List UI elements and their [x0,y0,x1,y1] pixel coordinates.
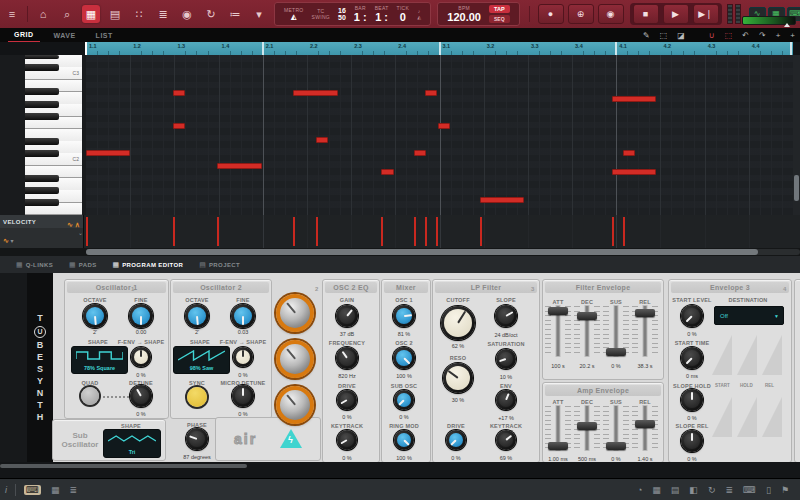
knob[interactable] [681,389,703,411]
knob[interactable] [443,363,473,393]
stop-button[interactable]: ■ [633,4,659,24]
main-grid-icon[interactable]: ▦ [82,5,100,23]
keys-icon[interactable]: ⌨ [743,485,756,495]
timing-panel[interactable]: METRO◭TCSWING1650BAR1 :BEAT1 :TICK0♪◭ [274,2,431,26]
panel-tab-q-links[interactable]: ▦Q-LINKS [16,261,53,269]
tap-tempo-button[interactable]: TAP [489,5,510,13]
undo-icon[interactable]: ↶ [742,31,749,40]
device-icon[interactable]: ▯ [766,485,771,495]
knob[interactable] [337,390,357,410]
knob[interactable] [131,347,151,367]
panel-scrollbar-thumb[interactable] [0,464,247,468]
lane-corner-icon[interactable]: ⌄ [78,229,83,247]
knob[interactable] [496,349,516,369]
panel-tab-pads[interactable]: ▦PADS [69,261,96,269]
power-bolt-icon[interactable]: ϟ [280,429,302,448]
browser-icon[interactable]: ⌕ [58,5,76,23]
knob[interactable] [129,304,153,328]
knob[interactable] [441,306,475,340]
midi-note[interactable] [438,123,450,129]
velocity-stem[interactable] [86,217,88,246]
play-start-button[interactable]: ▶❘ [693,4,719,24]
midi-note[interactable] [86,150,130,156]
more-modes-icon[interactable]: ▾ [250,5,268,23]
horizontal-scrollbar-thumb[interactable] [86,249,758,255]
velocity-stem[interactable] [381,217,383,246]
slider-thumb-sus[interactable] [606,348,626,356]
knob[interactable] [186,428,208,450]
macro-knob[interactable] [276,340,314,378]
macro-knob[interactable] [276,294,314,332]
record-button[interactable]: ● [538,4,564,24]
knob[interactable] [496,390,516,410]
destination-dropdown[interactable]: Off▼ [714,306,784,325]
eraser-tool-icon[interactable]: ◪ [677,31,685,40]
knob[interactable] [446,430,466,450]
black-key[interactable] [25,175,59,182]
midi-note[interactable] [316,137,328,143]
knob[interactable] [394,390,414,410]
knob[interactable] [681,347,703,369]
knob[interactable] [232,385,254,407]
virtual-keyboard-icon[interactable]: ⌨ [24,485,41,495]
slider-thumb-att[interactable] [548,307,568,315]
black-key[interactable] [25,138,59,145]
midi-note[interactable] [381,169,394,175]
sampler-icon[interactable]: ◉ [178,5,196,23]
pencil-tool-icon[interactable]: ✎ [643,31,650,40]
seq-tempo-button[interactable]: SEQ [489,15,510,23]
midi-note[interactable] [612,96,656,102]
punch-record-button[interactable]: ◉ [598,4,624,24]
black-key[interactable] [25,187,59,194]
playhead-marker[interactable] [85,42,87,55]
knob[interactable] [495,305,517,327]
horizontal-scrollbar-track[interactable] [86,249,800,255]
home-icon[interactable]: ⌂ [34,5,52,23]
pads-panel-icon[interactable]: ▦ [51,485,60,495]
velocity-stem[interactable] [316,217,318,246]
tab-grid[interactable]: GRID [8,28,40,43]
grid-snap-icon[interactable]: ⬚ [725,31,733,40]
panel-tab-project[interactable]: ▤PROJECT [199,261,240,269]
overdub-button[interactable]: ⊕ [568,4,594,24]
audio-out-icon[interactable]: ◧ [689,485,698,495]
midi-note[interactable] [173,123,185,129]
slider-thumb-dec[interactable] [577,422,597,430]
black-key[interactable] [25,64,59,71]
waveform-display[interactable]: 78% Square [71,346,128,374]
mixer-icon[interactable]: ≣ [154,5,172,23]
list-icon[interactable]: ≣ [725,485,733,495]
midi-note[interactable] [612,169,656,175]
ruler-track[interactable]: 1.11.21.31.42.12.22.32.43.13.23.33.44.14… [86,42,793,55]
velocity-stem[interactable] [293,217,295,246]
bpm-panel[interactable]: BPM120.00TAPSEQ [437,2,519,26]
knob[interactable] [336,347,358,369]
knob[interactable] [681,430,703,452]
knob[interactable] [496,430,516,450]
velocity-stem[interactable] [623,217,625,246]
midi-in-icon[interactable]: ▤ [671,485,680,495]
redo-icon[interactable]: ↷ [759,31,766,40]
quad-button[interactable] [81,387,99,405]
zoom-in-horizontal-icon[interactable]: + [776,31,781,40]
globe-icon[interactable]: ◔ [637,485,642,495]
vertical-scrollbar-thumb[interactable] [794,175,799,201]
knob[interactable] [393,347,415,369]
velocity-stem[interactable] [173,217,175,246]
waveform-display[interactable]: 98% Saw [173,346,230,374]
velocity-stem[interactable] [436,217,438,246]
slider-thumb-rel[interactable] [635,420,655,428]
sync-button[interactable] [187,387,207,407]
knob[interactable] [394,430,414,450]
velocity-stem[interactable] [217,217,219,246]
pad-map-icon[interactable]: ▦ [652,485,661,495]
slider-thumb-att[interactable] [548,442,568,450]
master-volume[interactable] [742,16,796,25]
black-key[interactable] [25,113,59,120]
lane-filter-icon[interactable]: ▾ [9,238,14,244]
slider-thumb-dec[interactable] [577,312,597,320]
sync-icon[interactable]: ↻ [708,485,716,495]
piano-keyboard[interactable]: C3C2 [25,55,82,215]
zoom-in-vertical-icon[interactable]: + [790,31,795,40]
flag-icon[interactable]: ⚑ [781,485,789,495]
